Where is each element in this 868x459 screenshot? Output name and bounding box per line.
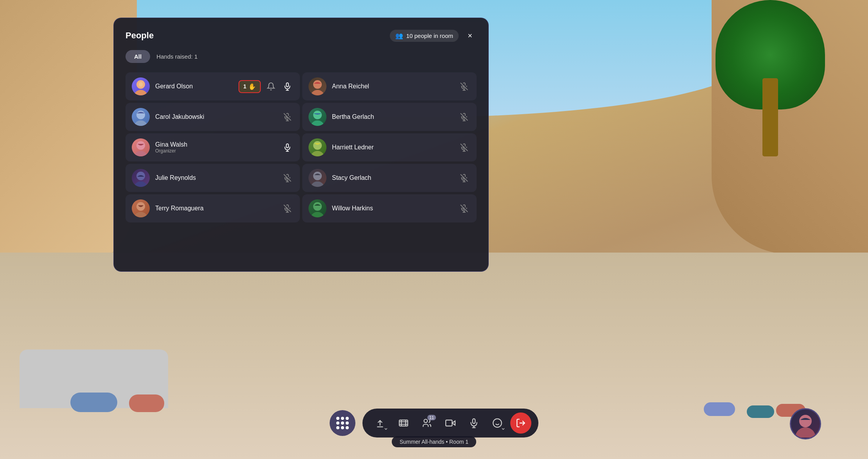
person-row-bertha[interactable]: Bertha Gerlach (302, 103, 477, 131)
person-name-terry: Terry Romaguera (155, 205, 276, 212)
bg-tree (712, 0, 829, 156)
avatar-stacy (308, 169, 326, 187)
svg-point-32 (134, 181, 148, 187)
person-name-gina: Gina Walsh (155, 141, 276, 148)
person-info-willow: Willow Harkins (332, 205, 452, 212)
close-button[interactable]: × (463, 29, 477, 42)
mic-icon-gina[interactable] (281, 141, 294, 154)
person-info-carol: Carol Jakubowski (155, 113, 276, 120)
tab-all[interactable]: All (126, 50, 150, 63)
svg-point-37 (310, 181, 325, 187)
people-count-text: 10 people in room (406, 32, 453, 39)
avatar-gina (132, 138, 150, 156)
content-button[interactable] (393, 412, 414, 434)
person-row-willow[interactable]: Willow Harkins (302, 194, 477, 222)
svg-rect-59 (446, 420, 452, 426)
person-row-julie[interactable]: Julie Reynolds (126, 164, 300, 192)
people-button[interactable]: 11 (416, 412, 438, 434)
mic-muted-icon-terry[interactable] (281, 202, 294, 215)
svg-point-58 (424, 419, 427, 423)
present-button[interactable] (369, 412, 391, 434)
bottom-toolbar: 11 (330, 409, 538, 437)
mic-muted-icon-anna[interactable] (458, 80, 470, 93)
people-panel: People 👥 10 people in room × All Hands r… (113, 18, 489, 272)
avatar-harriett (308, 138, 326, 156)
mic-muted-icon-stacy[interactable] (458, 172, 470, 184)
person-actions-carol (281, 111, 294, 123)
tabs: All Hands raised: 1 (126, 50, 477, 63)
content-icon (398, 418, 409, 428)
svg-point-36 (313, 172, 322, 180)
people-grid: Gerard Olson 1 ✋ (126, 72, 477, 222)
person-info-anna: Anna Reichel (332, 83, 452, 90)
bell-icon[interactable] (265, 80, 277, 93)
svg-point-6 (313, 80, 322, 89)
mic-icon (469, 418, 479, 428)
cushion-red (129, 394, 164, 412)
people-count-badge: 👥 10 people in room (390, 30, 459, 42)
emoji-chevron-icon (501, 427, 506, 431)
avatar-terry (132, 199, 150, 217)
svg-point-26 (313, 141, 322, 150)
mic-muted-icon-bertha[interactable] (458, 111, 470, 123)
present-chevron-icon (384, 427, 388, 431)
cushion-purple (704, 402, 735, 416)
avatar-bertha (308, 108, 326, 126)
camera-button[interactable] (440, 412, 461, 434)
grid-button[interactable] (330, 410, 355, 436)
person-row-anna[interactable]: Anna Reichel (302, 72, 477, 100)
leave-icon (516, 418, 526, 428)
avatar-willow (308, 199, 326, 217)
room-label: Summer All-hands • Room 1 (392, 436, 476, 447)
mic-muted-icon-harriett[interactable] (458, 141, 470, 154)
person-name-gerard: Gerard Olson (155, 83, 233, 90)
person-actions-gerard: 1 ✋ (239, 80, 294, 93)
mic-icon-gerard[interactable] (281, 80, 294, 93)
svg-point-27 (310, 151, 325, 156)
svg-rect-60 (473, 419, 475, 423)
avatar-gerard (132, 77, 150, 95)
person-row-gina[interactable]: Gina Walsh Organizer (126, 133, 300, 161)
person-name-carol: Carol Jakubowski (155, 113, 276, 120)
person-actions-bertha (458, 111, 470, 123)
person-row-stacy[interactable]: Stacy Gerlach (302, 164, 477, 192)
person-actions-anna (458, 80, 470, 93)
person-actions-terry (281, 202, 294, 215)
svg-point-7 (310, 90, 325, 95)
svg-point-22 (134, 151, 148, 156)
mic-button[interactable] (463, 412, 484, 434)
panel-header: People 👥 10 people in room × (126, 29, 477, 42)
svg-rect-53 (399, 420, 408, 426)
svg-point-16 (313, 111, 322, 119)
mic-muted-icon-carol[interactable] (281, 111, 294, 123)
cushion-teal (747, 405, 774, 418)
person-name-bertha: Bertha Gerlach (332, 113, 452, 120)
tab-hands-raised[interactable]: Hands raised: 1 (155, 50, 199, 63)
mic-muted-icon-willow[interactable] (458, 202, 470, 215)
grid-icon (336, 417, 349, 429)
people-count-icon: 👥 (395, 32, 403, 39)
panel-header-right: 👥 10 people in room × (390, 29, 477, 42)
svg-point-42 (134, 212, 148, 217)
person-row-gerard[interactable]: Gerard Olson 1 ✋ (126, 72, 300, 100)
person-info-julie: Julie Reynolds (155, 174, 276, 181)
person-info-stacy: Stacy Gerlach (332, 174, 452, 181)
person-info-terry: Terry Romaguera (155, 205, 276, 212)
person-row-terry[interactable]: Terry Romaguera (126, 194, 300, 222)
person-name-stacy: Stacy Gerlach (332, 174, 452, 181)
person-actions-gina (281, 141, 294, 154)
camera-icon (445, 418, 456, 428)
svg-point-47 (310, 212, 325, 217)
person-info-gina: Gina Walsh Organizer (155, 141, 276, 154)
svg-point-67 (799, 415, 812, 427)
person-row-harriett[interactable]: Harriett Ledner (302, 133, 477, 161)
person-actions-willow (458, 202, 470, 215)
svg-point-12 (134, 120, 148, 126)
person-info-gerard: Gerard Olson (155, 83, 233, 90)
mic-muted-icon-julie[interactable] (281, 172, 294, 184)
emoji-button[interactable] (487, 412, 508, 434)
svg-point-68 (795, 427, 816, 437)
leave-button[interactable] (510, 412, 531, 434)
person-row-carol[interactable]: Carol Jakubowski (126, 103, 300, 131)
self-avatar[interactable] (790, 408, 821, 439)
